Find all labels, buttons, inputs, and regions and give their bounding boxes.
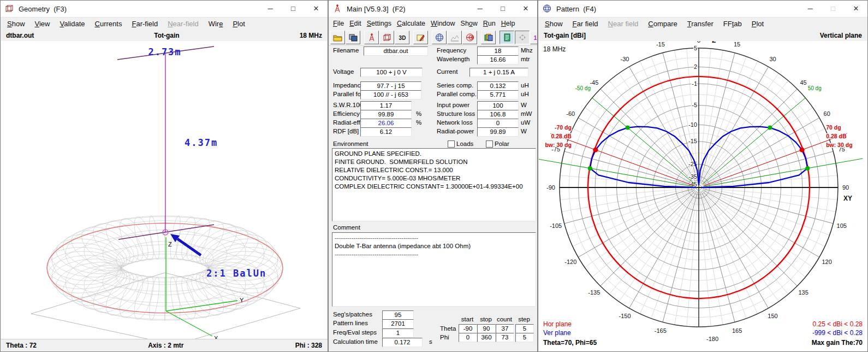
field-unit: Mhz — [521, 47, 533, 54]
input-radiat-eff[interactable]: 26.06 — [360, 119, 412, 128]
pattern-plane-label: Vertical plane — [820, 32, 862, 39]
menu-item-window[interactable]: Window — [428, 20, 457, 27]
menu-item-view[interactable]: View — [30, 20, 55, 28]
toolbar-far-field-ball-button[interactable] — [432, 31, 447, 44]
menu-item-fftab[interactable]: FFtab — [718, 20, 747, 28]
input-filename[interactable]: dtbar.out — [364, 46, 428, 56]
menu-item-calculate[interactable]: Calculate — [394, 20, 428, 27]
angle-label-135: 135 — [798, 289, 808, 296]
annotation-right-red-0: 70 dg — [826, 124, 841, 131]
toolbar-nec-editor-button[interactable] — [481, 31, 496, 44]
menu-item-show[interactable]: Show — [540, 20, 568, 28]
menu-item-file[interactable]: File — [330, 20, 347, 27]
maximize-button[interactable]: □ — [282, 1, 305, 17]
input-seg-s-patches[interactable]: 95 — [382, 310, 414, 320]
menu-item-plot[interactable]: Plot — [747, 20, 769, 28]
input-freq-eval-steps[interactable]: 1 — [382, 328, 414, 338]
close-button[interactable]: ✕ — [305, 1, 328, 17]
sweep-theta-stop[interactable]: 90 — [477, 324, 496, 333]
menu-item-currents[interactable]: Currents — [90, 20, 127, 28]
sweep-theta-step[interactable]: 5 — [515, 324, 534, 333]
menu-item-far-field[interactable]: Far-field — [127, 20, 163, 28]
sweep-phi-count[interactable]: 73 — [496, 333, 514, 342]
main-titlebar[interactable]: Main [V5.9.3] (F2) ─ □ ✕ — [329, 1, 537, 17]
annotation-left-red-1: 0.28 dB — [551, 133, 572, 139]
input-parallel-form[interactable]: 100 // - j 653 — [360, 90, 421, 99]
input-radiat-power[interactable]: 99.89 — [477, 127, 519, 137]
major-spoke — [564, 151, 695, 186]
menu-item-near-field[interactable]: Near field — [603, 20, 644, 28]
main-window-title: Main [V5.9.3] (F2) — [347, 5, 468, 13]
input-parallel-comp[interactable]: 5.771 — [477, 90, 519, 99]
minimize-button[interactable]: ─ — [259, 1, 282, 17]
input-network-loss[interactable]: 0 — [477, 119, 519, 128]
toolbar-smith-chart-button[interactable] — [462, 31, 477, 44]
toolbar-edit-picture-button[interactable] — [413, 31, 428, 44]
pattern-titlebar[interactable]: Pattern (F4) ─ □ ✕ — [538, 1, 867, 17]
toolbar-line-chart-button[interactable] — [447, 31, 462, 44]
checkbox-polar[interactable] — [486, 140, 493, 148]
toolbar-antenna-geometry-button[interactable] — [364, 31, 379, 44]
sweep-phi-stop[interactable]: 360 — [477, 333, 496, 342]
sweep-phi-start[interactable]: 0 — [459, 333, 477, 342]
menu-item-help[interactable]: Help — [498, 20, 518, 27]
notepad-editor-icon — [503, 33, 512, 42]
menu-item-transfer[interactable]: Transfer — [682, 20, 718, 28]
input-pattern-lines[interactable]: 2701 — [382, 319, 414, 328]
input-efficiency[interactable]: 99.89 — [360, 110, 412, 119]
input-current[interactable]: 1 + j 0.15 A — [469, 68, 528, 77]
menu-item-validate[interactable]: Validate — [55, 20, 90, 28]
menu-item-plot[interactable]: Plot — [228, 20, 249, 28]
comment-box[interactable]: ----------------------------------------… — [332, 232, 536, 307]
menu-item-settings[interactable]: Settings — [364, 20, 394, 27]
input-input-power[interactable]: 100 — [477, 101, 519, 110]
maximize-button[interactable]: □ — [491, 1, 514, 17]
geometry-status-theta: Theta : 72 — [6, 342, 37, 349]
input-series-comp[interactable]: 0.132 — [477, 81, 519, 91]
toolbar-save-stack-button[interactable] — [346, 31, 360, 44]
menu-item-wire[interactable]: Wire — [204, 20, 228, 28]
input-voltage[interactable]: 100 + j 0 V — [360, 68, 423, 77]
toolbar-scale-1-1-button[interactable]: 1:1 — [530, 31, 538, 44]
pattern-frequency: 18 MHz — [543, 45, 566, 53]
input-frequency[interactable]: 18 — [477, 46, 519, 56]
menu-item-edit[interactable]: Edit — [347, 20, 364, 27]
input-rdf-db[interactable]: 6.12 — [360, 127, 412, 137]
geometry-titlebar[interactable]: Geometry (F3) ─ □ ✕ — [1, 1, 328, 17]
input-calculation-time[interactable]: 0.172 — [382, 338, 423, 347]
input-impedance[interactable]: 97.7 - j 15 — [360, 81, 421, 91]
input-s-w-r-100[interactable]: 1.17 — [360, 101, 412, 110]
menu-item-far-field[interactable]: Far field — [568, 20, 603, 28]
sweep-theta-start[interactable]: -90 — [459, 324, 477, 333]
toolbar-notepad-editor-button[interactable] — [500, 31, 514, 44]
geometry-3d-view[interactable]: XYZ2.73m4.37m2:1 BalUn — [1, 41, 327, 339]
close-button[interactable]: ✕ — [514, 1, 537, 17]
toolbar-3d-viewer-button[interactable]: 3D — [395, 31, 409, 44]
minor-spoke — [592, 193, 692, 277]
input-structure-loss[interactable]: 106.8 — [477, 110, 519, 119]
checkbox-loads[interactable] — [448, 140, 455, 148]
ring-label--5: -5 — [692, 102, 697, 108]
sweep-phi-step[interactable]: 5 — [515, 333, 534, 342]
sweep-theta-count[interactable]: 37 — [496, 324, 514, 333]
maximize-button[interactable]: □ — [822, 1, 845, 17]
z-axis-label: Z — [168, 241, 172, 248]
major-spoke — [703, 189, 834, 224]
pattern-plot-type: Tot-gain [dBi] — [544, 32, 586, 39]
sweep-header-stop: stop — [480, 316, 492, 322]
comment-line: Double T-Bar antenna (impedance abt 100 … — [335, 242, 533, 250]
pattern-polar-view[interactable]: 52-1-5-10-15-25-35-45-165-150-135-120-10… — [539, 41, 867, 351]
menu-item-run[interactable]: Run — [480, 20, 498, 27]
minimize-button[interactable]: ─ — [468, 1, 491, 17]
menu-item-show[interactable]: Show — [2, 20, 30, 28]
close-button[interactable]: ✕ — [845, 1, 867, 17]
toolbar-optimizer-button[interactable] — [515, 31, 530, 44]
menu-item-show[interactable]: Show — [458, 20, 480, 27]
menu-item-near-field[interactable]: Near-field — [163, 20, 203, 28]
toolbar-wire-box-button[interactable] — [379, 31, 394, 44]
menu-item-compare[interactable]: Compare — [643, 20, 682, 28]
minimize-button[interactable]: ─ — [799, 1, 822, 17]
field-unit: uW — [521, 119, 530, 126]
toolbar-open-file-button[interactable] — [330, 31, 345, 44]
input-wavelength[interactable]: 16.66 — [477, 55, 519, 64]
